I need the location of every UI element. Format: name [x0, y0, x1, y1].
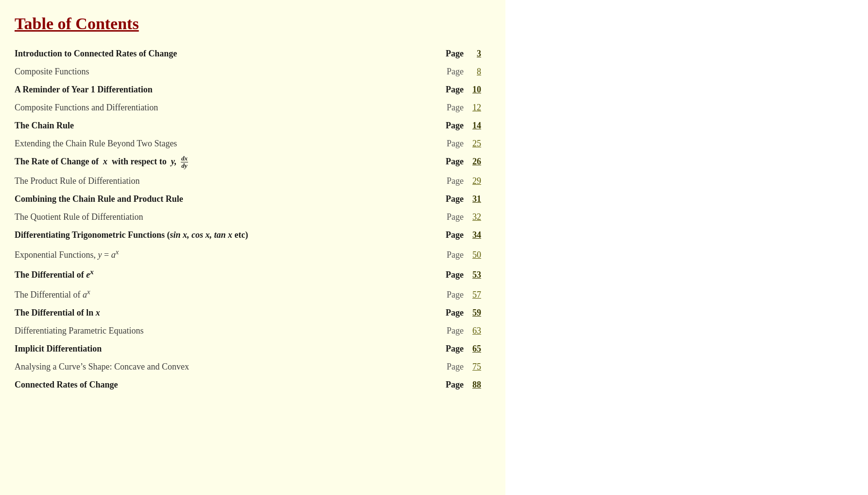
toc-row-2: Composite Functions Page 8	[15, 63, 481, 81]
toc-page-year1: Page 10	[446, 83, 481, 96]
toc-row-6: Extending the Chain Rule Beyond Two Stag…	[15, 135, 481, 153]
toc-row-16: Differentiating Parametric Equations Pag…	[15, 322, 481, 340]
toc-entry-product-rule: The Product Rule of Differentiation	[15, 175, 447, 188]
toc-row-1: Introduction to Connected Rates of Chang…	[15, 45, 481, 63]
toc-page-intro: Page 3	[446, 47, 481, 60]
toc-page-chain: Page 14	[446, 119, 481, 132]
toc-row-14: The Differential of ax Page 57	[15, 284, 481, 304]
toc-page-product-rule: Page 29	[447, 175, 481, 188]
toc-row-12: Exponential Functions, y = ax Page 50	[15, 244, 481, 264]
toc-entry-diff-ax: The Differential of ax	[15, 286, 447, 301]
toc-page-quotient: Page 32	[447, 211, 481, 224]
toc-row-18: Analysing a Curve’s Shape: Concave and C…	[15, 358, 481, 376]
toc-entry-exp: Exponential Functions, y = ax	[15, 247, 447, 262]
toc-entry-year1: A Reminder of Year 1 Differentiation	[15, 83, 446, 96]
content-area: Table of Contents Introduction to Connec…	[0, 0, 505, 495]
toc-entry-extend-chain: Extending the Chain Rule Beyond Two Stag…	[15, 137, 447, 150]
toc-row-17: Implicit Differentiation Page 65	[15, 340, 481, 358]
toc-entry-composite-diff: Composite Functions and Differentiation	[15, 101, 447, 114]
toc-entry-parametric: Differentiating Parametric Equations	[15, 324, 447, 337]
toc-title: Table of Contents	[15, 15, 481, 33]
toc-row-4: Composite Functions and Differentiation …	[15, 99, 481, 117]
toc-entry-composite: Composite Functions	[15, 65, 447, 78]
toc-entry-diff-lnx: The Differential of ln x	[15, 306, 446, 319]
toc-entry-diff-ex: The Differential of ex	[15, 266, 446, 282]
right-panel	[505, 0, 868, 495]
toc-row-3: A Reminder of Year 1 Differentiation Pag…	[15, 81, 481, 99]
toc-entry-trig: Differentiating Trigonometric Functions …	[15, 229, 446, 242]
toc-entry-quotient: The Quotient Rule of Differentiation	[15, 211, 447, 224]
toc-page-extend-chain: Page 25	[447, 137, 481, 150]
toc-page-connected: Page 88	[446, 378, 481, 391]
toc-row-7: The Rate of Change of x with respect to …	[15, 153, 481, 172]
toc-entry-chain: The Chain Rule	[15, 119, 446, 132]
toc-row-9: Combining the Chain Rule and Product Rul…	[15, 190, 481, 208]
toc-entry-combine: Combining the Chain Rule and Product Rul…	[15, 193, 446, 206]
toc-entry-connected: Connected Rates of Change	[15, 378, 446, 391]
toc-row-19: Connected Rates of Change Page 88	[15, 376, 481, 394]
toc-row-15: The Differential of ln x Page 59	[15, 304, 481, 322]
page-container: Table of Contents Introduction to Connec…	[0, 0, 868, 495]
fraction-dxdy: dx dy	[181, 155, 188, 170]
toc-page-composite: Page 8	[447, 65, 481, 78]
toc-entry-rate-change: The Rate of Change of x with respect to …	[15, 155, 446, 170]
toc-page-combine: Page 31	[446, 193, 481, 206]
toc-page-implicit: Page 65	[446, 342, 481, 355]
toc-page-diff-ax: Page 57	[447, 288, 481, 301]
toc-entry-curve-shape: Analysing a Curve’s Shape: Concave and C…	[15, 360, 447, 373]
toc-page-composite-diff: Page 12	[447, 101, 481, 114]
toc-page-diff-ex: Page 53	[446, 268, 481, 282]
toc-page-exp: Page 50	[447, 248, 481, 262]
toc-row-8: The Product Rule of Differentiation Page…	[15, 172, 481, 190]
toc-page-diff-lnx: Page 59	[446, 306, 481, 319]
toc-entry-intro: Introduction to Connected Rates of Chang…	[15, 47, 446, 60]
toc-page-curve-shape: Page 75	[447, 360, 481, 373]
toc-entry-implicit: Implicit Differentiation	[15, 342, 446, 355]
toc-row-10: The Quotient Rule of Differentiation Pag…	[15, 208, 481, 226]
toc-page-parametric: Page 63	[447, 324, 481, 337]
toc-page-rate-change: Page 26	[446, 155, 481, 168]
toc-page-trig: Page 34	[446, 229, 481, 242]
toc-row-13: The Differential of ex Page 53	[15, 264, 481, 284]
toc-row-5: The Chain Rule Page 14	[15, 117, 481, 135]
toc-row-11: Differentiating Trigonometric Functions …	[15, 226, 481, 244]
